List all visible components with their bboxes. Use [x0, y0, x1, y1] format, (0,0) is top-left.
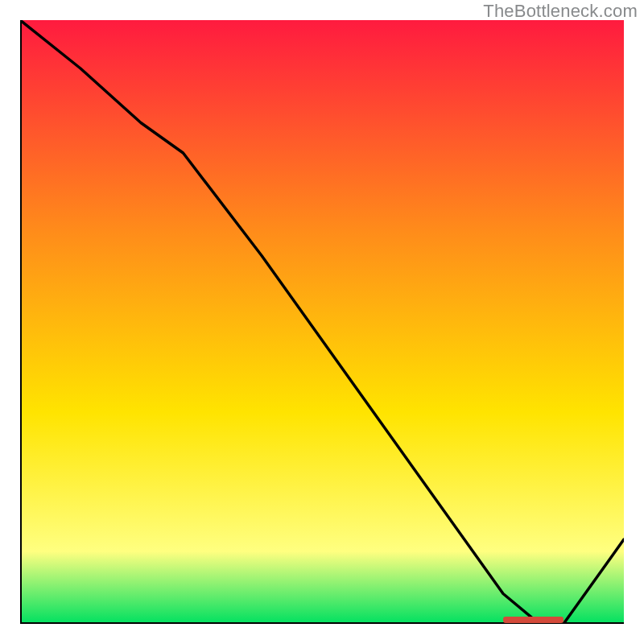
optimal-marker [503, 617, 564, 623]
plot-area [20, 20, 624, 624]
gradient-background [20, 20, 624, 624]
chart-stage: TheBottleneck.com [0, 0, 644, 644]
watermark-text: TheBottleneck.com [483, 1, 638, 22]
chart-svg [20, 20, 624, 624]
